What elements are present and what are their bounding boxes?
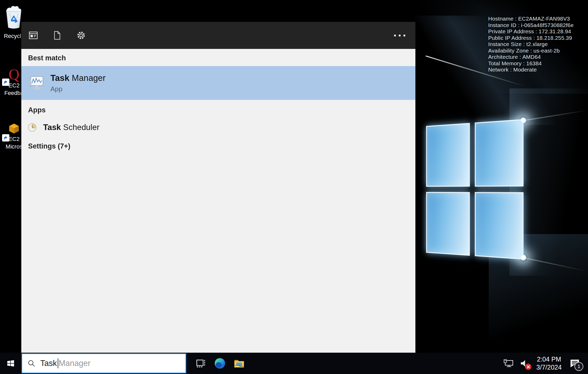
search-suggestion-text: Manager bbox=[59, 359, 90, 368]
filter-documents-button[interactable] bbox=[45, 22, 69, 49]
windows-logo-pane bbox=[426, 192, 470, 256]
app-title-match: Task bbox=[43, 123, 61, 132]
system-tray: 2:04 PM 3/7/2024 1 bbox=[501, 353, 588, 374]
best-match-header: Best match bbox=[21, 49, 415, 62]
glow-sparkle bbox=[519, 254, 527, 261]
info-public-ip: Public IP Address : 18.218.255.39 bbox=[488, 35, 574, 41]
windows-logo-pane bbox=[426, 123, 470, 187]
info-instance-size: Instance Size : t2.xlarge bbox=[488, 41, 574, 48]
clock-time: 2:04 PM bbox=[537, 355, 561, 363]
best-match-text: Task Manager App bbox=[50, 73, 106, 93]
info-network: Network : Moderate bbox=[488, 67, 574, 73]
taskbar-search-input[interactable]: TaskManager bbox=[21, 353, 186, 373]
filter-apps-button[interactable] bbox=[21, 22, 45, 49]
apps-section-header: Apps bbox=[21, 100, 415, 114]
aws-cube-icon bbox=[8, 123, 20, 134]
start-button[interactable] bbox=[0, 353, 21, 374]
network-icon bbox=[503, 359, 514, 368]
app-title-rest: Scheduler bbox=[61, 123, 99, 132]
shortcut-arrow-icon bbox=[2, 134, 9, 141]
ellipsis-dot bbox=[394, 35, 396, 36]
task-manager-icon bbox=[28, 74, 45, 92]
ellipsis-dot bbox=[399, 35, 401, 36]
best-match-result-task-manager[interactable]: Task Manager App bbox=[21, 66, 415, 100]
app-result-title: Task Scheduler bbox=[43, 123, 100, 132]
volume-tray-button[interactable] bbox=[516, 353, 532, 374]
app-result-task-scheduler[interactable]: Task Scheduler bbox=[21, 118, 415, 137]
windows-start-icon bbox=[6, 359, 15, 367]
search-typed-text: Task bbox=[40, 359, 57, 368]
edge-browser-button[interactable] bbox=[210, 353, 230, 374]
result-subtitle: App bbox=[50, 85, 106, 93]
ellipsis-dot bbox=[403, 35, 405, 36]
light-streak bbox=[522, 257, 587, 272]
windows-logo-pane bbox=[475, 192, 524, 260]
task-view-button[interactable] bbox=[191, 353, 210, 374]
result-title-match: Task bbox=[50, 73, 69, 83]
documents-filter-icon bbox=[54, 31, 61, 40]
notification-count-badge: 1 bbox=[574, 362, 583, 371]
search-icon bbox=[27, 359, 36, 367]
search-results-panel: Best match Task Manager App Apps bbox=[21, 22, 415, 353]
search-filter-bar bbox=[21, 22, 415, 49]
instance-info-overlay: Hostname : EC2AMAZ-FAN98V3 Instance ID :… bbox=[488, 16, 574, 73]
taskbar: TaskManager bbox=[0, 353, 588, 374]
light-streak bbox=[522, 110, 587, 121]
desktop-screen: Hostname : EC2AMAZ-FAN98V3 Instance ID :… bbox=[0, 0, 588, 374]
network-tray-button[interactable] bbox=[501, 353, 516, 374]
info-instance-id: Instance ID : i-065a48f5730882f6e bbox=[488, 22, 574, 29]
shortcut-arrow-icon bbox=[2, 79, 9, 86]
filter-settings-button[interactable] bbox=[69, 22, 93, 49]
info-availability-zone: Availability Zone : us-east-2b bbox=[488, 48, 574, 54]
apps-filter-icon bbox=[29, 31, 38, 40]
edge-icon bbox=[215, 358, 225, 369]
mute-badge-icon bbox=[525, 364, 531, 370]
task-view-icon bbox=[195, 359, 206, 368]
action-center-button[interactable]: 1 bbox=[566, 353, 584, 374]
text-caret bbox=[58, 358, 58, 368]
settings-filter-icon bbox=[76, 30, 86, 40]
more-options-button[interactable] bbox=[390, 22, 409, 49]
info-architecture: Architecture : AMD64 bbox=[488, 54, 574, 60]
result-title-rest: Manager bbox=[69, 73, 106, 83]
taskbar-clock[interactable]: 2:04 PM 3/7/2024 bbox=[532, 353, 566, 374]
info-hostname: Hostname : EC2AMAZ-FAN98V3 bbox=[488, 16, 574, 22]
windows-logo-pane bbox=[475, 119, 524, 187]
clock-date: 3/7/2024 bbox=[536, 363, 561, 371]
windows-hero-logo bbox=[426, 119, 524, 260]
glow-sparkle bbox=[519, 117, 527, 124]
file-explorer-button[interactable] bbox=[230, 353, 249, 374]
file-explorer-icon bbox=[233, 358, 245, 369]
result-title: Task Manager bbox=[50, 73, 106, 83]
settings-section-header[interactable]: Settings (7+) bbox=[21, 137, 415, 150]
info-private-ip: Private IP Address : 172.31.28.94 bbox=[488, 28, 574, 35]
search-query-text: TaskManager bbox=[40, 358, 90, 368]
task-scheduler-icon bbox=[27, 122, 37, 133]
info-total-memory: Total Memory : 16384 bbox=[488, 60, 574, 67]
